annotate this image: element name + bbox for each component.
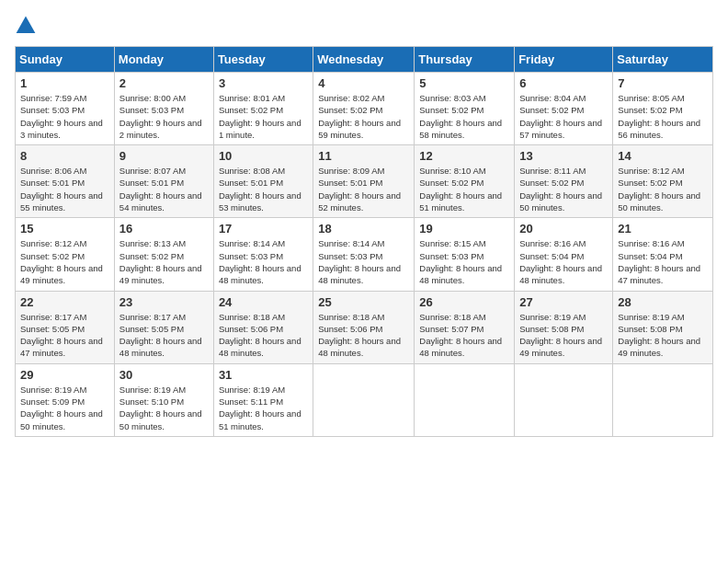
weekday-header-monday: Monday	[114, 47, 213, 73]
day-info: Sunrise: 8:13 AMSunset: 5:02 PMDaylight:…	[119, 237, 209, 286]
day-number: 4	[318, 76, 409, 90]
calendar-cell	[515, 363, 613, 436]
day-number: 31	[219, 368, 308, 382]
day-info: Sunrise: 8:14 AMSunset: 5:03 PMDaylight:…	[318, 237, 409, 286]
weekday-header-sunday: Sunday	[16, 47, 115, 73]
day-number: 20	[519, 222, 608, 236]
day-number: 28	[618, 295, 708, 309]
day-info: Sunrise: 8:16 AMSunset: 5:04 PMDaylight:…	[519, 237, 608, 286]
calendar-cell: 6Sunrise: 8:04 AMSunset: 5:02 PMDaylight…	[515, 73, 613, 145]
calendar-cell	[415, 363, 515, 436]
weekday-header-thursday: Thursday	[415, 47, 515, 73]
day-number: 14	[618, 149, 708, 163]
weekday-header-saturday: Saturday	[613, 47, 713, 73]
calendar-cell: 16Sunrise: 8:13 AMSunset: 5:02 PMDayligh…	[114, 218, 213, 291]
calendar-cell: 29Sunrise: 8:19 AMSunset: 5:09 PMDayligh…	[16, 363, 115, 436]
calendar-cell: 25Sunrise: 8:18 AMSunset: 5:06 PMDayligh…	[313, 291, 415, 363]
day-info: Sunrise: 8:19 AMSunset: 5:11 PMDaylight:…	[219, 384, 308, 432]
calendar-cell: 18Sunrise: 8:14 AMSunset: 5:03 PMDayligh…	[313, 218, 415, 291]
weekday-header-wednesday: Wednesday	[313, 47, 415, 73]
calendar-cell: 27Sunrise: 8:19 AMSunset: 5:08 PMDayligh…	[515, 291, 613, 363]
day-info: Sunrise: 7:59 AMSunset: 5:03 PMDaylight:…	[20, 92, 109, 141]
day-info: Sunrise: 8:04 AMSunset: 5:02 PMDaylight:…	[519, 92, 608, 141]
calendar-cell: 13Sunrise: 8:11 AMSunset: 5:02 PMDayligh…	[515, 145, 613, 218]
day-number: 7	[618, 76, 708, 90]
calendar-cell: 24Sunrise: 8:18 AMSunset: 5:06 PMDayligh…	[213, 291, 313, 363]
calendar-cell: 12Sunrise: 8:10 AMSunset: 5:02 PMDayligh…	[415, 145, 515, 218]
logo-icon	[15, 15, 37, 37]
page-header	[15, 15, 713, 37]
calendar-cell: 2Sunrise: 8:00 AMSunset: 5:03 PMDaylight…	[114, 73, 213, 145]
day-info: Sunrise: 8:17 AMSunset: 5:05 PMDaylight:…	[20, 311, 109, 360]
day-number: 8	[20, 149, 109, 163]
day-info: Sunrise: 8:18 AMSunset: 5:06 PMDaylight:…	[219, 311, 308, 360]
day-info: Sunrise: 8:09 AMSunset: 5:01 PMDaylight:…	[318, 165, 409, 213]
calendar-cell	[313, 363, 415, 436]
day-info: Sunrise: 8:18 AMSunset: 5:07 PMDaylight:…	[419, 311, 509, 360]
calendar-cell: 20Sunrise: 8:16 AMSunset: 5:04 PMDayligh…	[515, 218, 613, 291]
day-number: 25	[318, 295, 409, 309]
day-info: Sunrise: 8:14 AMSunset: 5:03 PMDaylight:…	[219, 237, 308, 286]
calendar-cell: 22Sunrise: 8:17 AMSunset: 5:05 PMDayligh…	[16, 291, 115, 363]
day-number: 5	[419, 76, 509, 90]
day-info: Sunrise: 8:19 AMSunset: 5:10 PMDaylight:…	[119, 384, 209, 432]
day-number: 12	[419, 149, 509, 163]
calendar-cell: 9Sunrise: 8:07 AMSunset: 5:01 PMDaylight…	[114, 145, 213, 218]
calendar-cell: 4Sunrise: 8:02 AMSunset: 5:02 PMDaylight…	[313, 73, 415, 145]
day-info: Sunrise: 8:11 AMSunset: 5:02 PMDaylight:…	[519, 165, 608, 213]
day-number: 22	[20, 295, 109, 309]
day-number: 13	[519, 149, 608, 163]
day-info: Sunrise: 8:02 AMSunset: 5:02 PMDaylight:…	[318, 92, 409, 141]
day-info: Sunrise: 8:07 AMSunset: 5:01 PMDaylight:…	[119, 165, 209, 213]
day-number: 18	[318, 222, 409, 236]
day-number: 24	[219, 295, 308, 309]
day-number: 21	[618, 222, 708, 236]
day-info: Sunrise: 8:08 AMSunset: 5:01 PMDaylight:…	[219, 165, 308, 213]
calendar-cell: 30Sunrise: 8:19 AMSunset: 5:10 PMDayligh…	[114, 363, 213, 436]
calendar-table: SundayMondayTuesdayWednesdayThursdayFrid…	[15, 46, 713, 437]
day-number: 9	[119, 149, 209, 163]
day-info: Sunrise: 8:00 AMSunset: 5:03 PMDaylight:…	[119, 92, 209, 141]
day-info: Sunrise: 8:10 AMSunset: 5:02 PMDaylight:…	[419, 165, 509, 213]
day-number: 29	[20, 368, 109, 382]
day-info: Sunrise: 8:06 AMSunset: 5:01 PMDaylight:…	[20, 165, 109, 213]
day-number: 26	[419, 295, 509, 309]
calendar-cell: 21Sunrise: 8:16 AMSunset: 5:04 PMDayligh…	[613, 218, 713, 291]
day-number: 6	[519, 76, 608, 90]
calendar-cell: 15Sunrise: 8:12 AMSunset: 5:02 PMDayligh…	[16, 218, 115, 291]
calendar-cell: 1Sunrise: 7:59 AMSunset: 5:03 PMDaylight…	[16, 73, 115, 145]
logo	[15, 15, 40, 37]
day-number: 10	[219, 149, 308, 163]
day-number: 17	[219, 222, 308, 236]
calendar-cell: 3Sunrise: 8:01 AMSunset: 5:02 PMDaylight…	[213, 73, 313, 145]
calendar-cell: 7Sunrise: 8:05 AMSunset: 5:02 PMDaylight…	[613, 73, 713, 145]
calendar-cell: 26Sunrise: 8:18 AMSunset: 5:07 PMDayligh…	[415, 291, 515, 363]
weekday-header-tuesday: Tuesday	[213, 47, 313, 73]
day-info: Sunrise: 8:18 AMSunset: 5:06 PMDaylight:…	[318, 311, 409, 360]
calendar-cell: 23Sunrise: 8:17 AMSunset: 5:05 PMDayligh…	[114, 291, 213, 363]
calendar-cell: 19Sunrise: 8:15 AMSunset: 5:03 PMDayligh…	[415, 218, 515, 291]
calendar-cell	[613, 363, 713, 436]
day-info: Sunrise: 8:05 AMSunset: 5:02 PMDaylight:…	[618, 92, 708, 141]
day-info: Sunrise: 8:17 AMSunset: 5:05 PMDaylight:…	[119, 311, 209, 360]
day-number: 27	[519, 295, 608, 309]
day-info: Sunrise: 8:16 AMSunset: 5:04 PMDaylight:…	[618, 237, 708, 286]
day-number: 16	[119, 222, 209, 236]
day-number: 11	[318, 149, 409, 163]
day-info: Sunrise: 8:19 AMSunset: 5:09 PMDaylight:…	[20, 384, 109, 432]
calendar-cell: 8Sunrise: 8:06 AMSunset: 5:01 PMDaylight…	[16, 145, 115, 218]
day-number: 1	[20, 76, 109, 90]
day-number: 23	[119, 295, 209, 309]
calendar-cell: 5Sunrise: 8:03 AMSunset: 5:02 PMDaylight…	[415, 73, 515, 145]
day-number: 3	[219, 76, 308, 90]
calendar-cell: 10Sunrise: 8:08 AMSunset: 5:01 PMDayligh…	[213, 145, 313, 218]
day-info: Sunrise: 8:15 AMSunset: 5:03 PMDaylight:…	[419, 237, 509, 286]
day-number: 15	[20, 222, 109, 236]
day-number: 30	[119, 368, 209, 382]
day-info: Sunrise: 8:01 AMSunset: 5:02 PMDaylight:…	[219, 92, 308, 141]
calendar-cell: 14Sunrise: 8:12 AMSunset: 5:02 PMDayligh…	[613, 145, 713, 218]
day-number: 2	[119, 76, 209, 90]
calendar-cell: 11Sunrise: 8:09 AMSunset: 5:01 PMDayligh…	[313, 145, 415, 218]
day-number: 19	[419, 222, 509, 236]
calendar-cell: 17Sunrise: 8:14 AMSunset: 5:03 PMDayligh…	[213, 218, 313, 291]
